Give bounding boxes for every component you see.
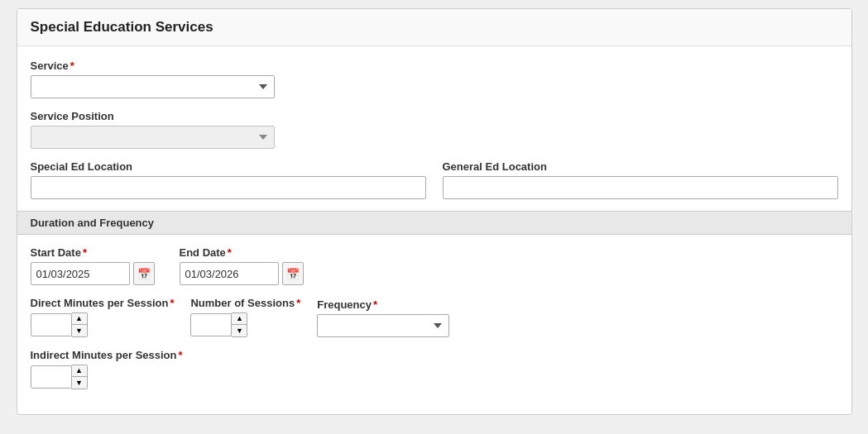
end-date-wrapper: 📅	[180, 262, 304, 285]
direct-minutes-label: Direct Minutes per Session*	[31, 297, 175, 309]
duration-frequency-section: Duration and Frequency	[17, 211, 851, 235]
indirect-minutes-up-button[interactable]: ▲	[72, 365, 87, 377]
start-date-required: *	[83, 246, 87, 259]
end-date-required: *	[228, 246, 232, 259]
special-ed-location-input[interactable]	[31, 176, 426, 199]
num-sessions-spinner: ▲ ▼	[190, 312, 300, 337]
direct-minutes-spinner-buttons: ▲ ▼	[72, 312, 88, 337]
num-sessions-up-button[interactable]: ▲	[232, 313, 247, 325]
indirect-minutes-group: Indirect Minutes per Session* ▲ ▼	[31, 349, 183, 389]
general-ed-location-label: General Ed Location	[443, 160, 838, 173]
num-sessions-label: Number of Sessions*	[190, 297, 300, 309]
start-date-label: Start Date*	[31, 246, 155, 259]
start-date-input[interactable]	[31, 262, 130, 285]
start-date-wrapper: 📅	[31, 262, 155, 285]
start-date-calendar-button[interactable]: 📅	[133, 262, 155, 285]
direct-minutes-up-button[interactable]: ▲	[72, 313, 87, 325]
frequency-label: Frequency*	[317, 298, 449, 311]
panel-body: Service* Service Position Spe	[17, 46, 851, 414]
service-position-select[interactable]	[31, 126, 275, 149]
form-panel: Special Education Services Service* Serv…	[17, 8, 852, 415]
direct-minutes-down-button[interactable]: ▼	[72, 325, 87, 336]
calendar-icon: 📅	[137, 268, 151, 280]
end-date-calendar-button[interactable]: 📅	[282, 262, 304, 285]
special-ed-location-label: Special Ed Location	[31, 160, 426, 173]
frequency-select[interactable]	[317, 314, 449, 337]
indirect-minutes-spinner-buttons: ▲ ▼	[72, 365, 88, 389]
service-required: *	[70, 60, 74, 72]
indirect-minutes-required: *	[179, 349, 183, 361]
service-select[interactable]	[31, 75, 275, 98]
indirect-minutes-input[interactable]	[31, 365, 72, 389]
num-sessions-group: Number of Sessions* ▲ ▼	[190, 297, 300, 337]
num-sessions-down-button[interactable]: ▼	[232, 325, 247, 336]
panel-title: Special Education Services	[31, 19, 213, 35]
end-date-input[interactable]	[180, 262, 279, 285]
service-position-group: Service Position	[31, 110, 838, 149]
minutes-sessions-row: Direct Minutes per Session* ▲ ▼ Number o…	[31, 297, 838, 337]
service-group: Service*	[31, 60, 838, 98]
panel-header: Special Education Services	[17, 9, 851, 46]
calendar-icon-end: 📅	[286, 268, 300, 280]
direct-minutes-input[interactable]	[31, 313, 72, 336]
service-label: Service*	[31, 60, 838, 72]
direct-minutes-group: Direct Minutes per Session* ▲ ▼	[31, 297, 175, 337]
general-ed-location-group: General Ed Location	[443, 160, 838, 199]
num-sessions-input[interactable]	[190, 313, 232, 336]
duration-frequency-label: Duration and Frequency	[31, 217, 155, 229]
direct-minutes-spinner: ▲ ▼	[31, 312, 175, 337]
special-ed-location-group: Special Ed Location	[31, 160, 426, 199]
indirect-minutes-spinner: ▲ ▼	[31, 365, 183, 389]
direct-minutes-required: *	[170, 297, 174, 309]
indirect-minutes-down-button[interactable]: ▼	[72, 377, 87, 389]
service-position-label: Service Position	[31, 110, 838, 122]
num-sessions-spinner-buttons: ▲ ▼	[232, 312, 247, 337]
end-date-group: End Date* 📅	[180, 246, 304, 285]
start-date-group: Start Date* 📅	[31, 246, 155, 285]
frequency-group: Frequency*	[317, 298, 449, 337]
frequency-required: *	[373, 298, 377, 311]
indirect-minutes-label: Indirect Minutes per Session*	[31, 349, 183, 361]
date-row: Start Date* 📅 End Date*	[31, 246, 838, 285]
indirect-minutes-row: Indirect Minutes per Session* ▲ ▼	[31, 349, 838, 389]
location-row: Special Ed Location General Ed Location	[31, 160, 838, 199]
end-date-label: End Date*	[180, 246, 304, 259]
num-sessions-required: *	[296, 297, 300, 309]
general-ed-location-input[interactable]	[443, 176, 838, 199]
